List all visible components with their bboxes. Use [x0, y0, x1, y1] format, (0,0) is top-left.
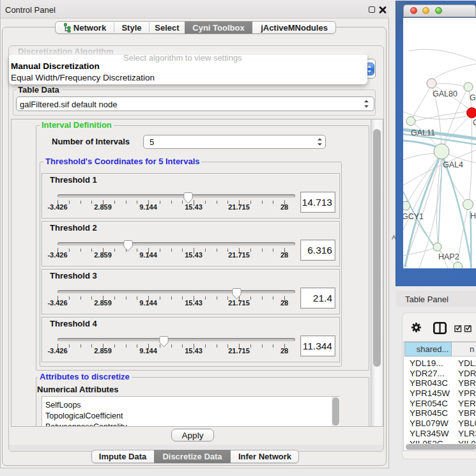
svg-text:GAL4: GAL4	[443, 160, 463, 169]
svg-text:H: H	[470, 211, 476, 220]
svg-text:GAL80: GAL80	[433, 89, 457, 98]
svg-text:G: G	[470, 93, 476, 102]
svg-text:GCY1: GCY1	[403, 212, 424, 221]
svg-text:C: C	[473, 118, 476, 127]
svg-text:HAP2: HAP2	[438, 252, 459, 261]
svg-text:GAL11: GAL11	[411, 128, 435, 137]
